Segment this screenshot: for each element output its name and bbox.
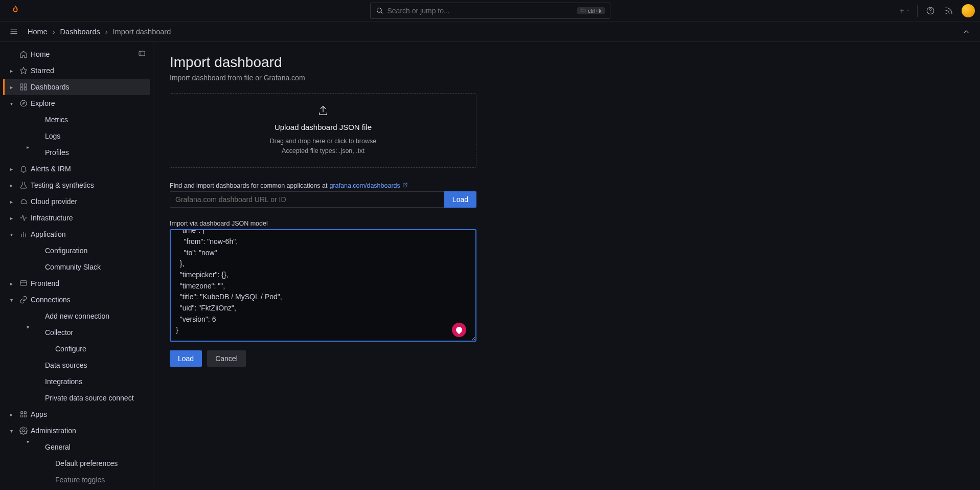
svg-point-0 [377, 8, 381, 13]
chevron-right-icon: ▸ [27, 144, 29, 150]
chevron-right-icon: ▸ [6, 84, 16, 90]
json-textarea[interactable] [170, 229, 476, 342]
svg-rect-23 [20, 281, 27, 285]
gear-icon [16, 427, 31, 435]
upload-title: Upload dashboard JSON file [181, 123, 465, 131]
svg-rect-28 [24, 415, 26, 417]
svg-point-7 [946, 13, 947, 14]
find-label: Find and import dashboards for common ap… [170, 182, 964, 189]
user-avatar[interactable] [962, 4, 975, 17]
sidebar-item-alerts[interactable]: ▸ Alerts & IRM [3, 161, 150, 177]
chevron-down-icon: ▾ [6, 428, 16, 434]
sidebar-item-featuretoggles[interactable]: Feature toggles [3, 472, 150, 488]
sidebar-item-dashboards[interactable]: ▸ Dashboards [3, 79, 150, 95]
sidebar-item-configuration[interactable]: Configuration [3, 242, 150, 259]
main-content: Import dashboard Import dashboard from f… [153, 42, 980, 490]
breadcrumb-dashboards[interactable]: Dashboards [60, 28, 100, 36]
sidebar-item-home[interactable]: Home [3, 46, 150, 62]
chevron-right-icon: ▸ [6, 281, 16, 286]
sidebar-item-metrics[interactable]: Metrics [3, 112, 150, 128]
news-button[interactable] [943, 5, 954, 16]
svg-rect-11 [139, 51, 145, 56]
chevron-right-icon: ▸ [6, 199, 16, 205]
svg-rect-17 [24, 87, 27, 90]
upload-icon [181, 105, 465, 118]
load-url-button[interactable]: Load [444, 191, 476, 208]
svg-marker-13 [20, 67, 27, 74]
svg-line-30 [405, 183, 407, 185]
page-subtitle: Import dashboard from file or Grafana.co… [170, 74, 964, 82]
sidebar-item-profiles[interactable]: Profiles [3, 144, 150, 161]
search-icon [376, 7, 383, 14]
svg-rect-2 [581, 9, 585, 12]
sidebar-item-pdc[interactable]: Private data source connect [3, 390, 150, 406]
search-shortcut-badge: ctrl+k [577, 7, 605, 14]
sidebar-item-community[interactable]: Community Slack [3, 259, 150, 275]
svg-marker-19 [22, 102, 25, 104]
search-input[interactable] [388, 7, 577, 15]
sidebar-item-application[interactable]: ▾ Application [3, 226, 150, 242]
dashboard-url-input[interactable] [170, 191, 444, 208]
grafana-logo[interactable] [8, 4, 22, 18]
sidebar-item-starred[interactable]: ▸ Starred [3, 62, 150, 79]
sidebar-item-cloud[interactable]: ▸ Cloud provider [3, 193, 150, 210]
load-json-button[interactable]: Load [170, 350, 202, 367]
collapse-button[interactable] [960, 25, 973, 38]
cancel-button[interactable]: Cancel [207, 350, 246, 367]
menu-toggle[interactable] [7, 25, 20, 38]
sidebar-item-admin[interactable]: ▾ Administration [3, 422, 150, 439]
testing-icon [16, 181, 31, 189]
chevron-down-icon: ▾ [27, 439, 29, 444]
sidebar-item-addconn[interactable]: Add new connection [3, 308, 150, 324]
home-icon [16, 50, 31, 58]
chevron-down-icon: ▾ [6, 232, 16, 237]
svg-rect-26 [24, 412, 26, 414]
compass-icon [16, 99, 31, 107]
sidebar-item-frontend[interactable]: ▸ Frontend [3, 275, 150, 292]
divider [917, 5, 918, 17]
sidebar-item-configure[interactable]: Configure [3, 341, 150, 357]
sidebar-item-integrations[interactable]: Integrations [3, 373, 150, 390]
external-link-icon [402, 182, 408, 189]
page-title: Import dashboard [170, 54, 964, 71]
sidebar-item-infra[interactable]: ▸ Infrastructure [3, 210, 150, 226]
upload-sub: Drag and drop here or click to browse Ac… [181, 137, 465, 156]
upload-zone[interactable]: Upload dashboard JSON file Drag and drop… [170, 93, 476, 168]
activity-icon [16, 214, 31, 222]
chevron-right-icon: ▸ [6, 68, 16, 74]
sidebar-item-datasources[interactable]: Data sources [3, 357, 150, 373]
sidebar-item-logs[interactable]: Logs [3, 128, 150, 144]
sidebar-item-apps[interactable]: ▸ Apps [3, 406, 150, 422]
cloud-icon [16, 197, 31, 206]
grafana-dashboards-link[interactable]: grafana.com/dashboards [330, 182, 400, 189]
global-search[interactable]: ctrl+k [370, 3, 610, 19]
apps-icon [16, 410, 31, 418]
bell-icon [16, 165, 31, 173]
sidebar-item-general[interactable]: General [3, 439, 150, 455]
sidebar-item-defaultprefs[interactable]: Default preferences [3, 455, 150, 472]
svg-line-1 [381, 12, 382, 13]
add-button[interactable] [899, 5, 910, 16]
svg-rect-27 [21, 415, 23, 417]
chevron-right-icon: ▸ [6, 166, 16, 172]
sidebar-item-collector[interactable]: Collector [3, 324, 150, 341]
star-icon [16, 66, 31, 75]
breadcrumb: Home › Dashboards › Import dashboard [28, 28, 171, 36]
chat-widget[interactable] [452, 323, 466, 337]
dock-icon[interactable] [138, 50, 146, 59]
svg-rect-16 [20, 87, 23, 90]
svg-point-6 [930, 12, 930, 13]
svg-rect-25 [21, 412, 23, 414]
svg-point-18 [20, 100, 27, 106]
chevron-down-icon: ▾ [6, 101, 16, 106]
help-button[interactable] [925, 5, 936, 16]
chevron-right-icon: ▸ [6, 215, 16, 221]
sidebar-item-explore[interactable]: ▾ Explore [3, 95, 150, 112]
frontend-icon [16, 279, 31, 287]
link-icon [16, 296, 31, 304]
breadcrumb-home[interactable]: Home [28, 28, 48, 36]
svg-rect-14 [20, 84, 23, 86]
sidebar-item-connections[interactable]: ▾ Connections [3, 292, 150, 308]
chevron-right-icon: ▸ [6, 183, 16, 188]
sidebar-item-testing[interactable]: ▸ Testing & synthetics [3, 177, 150, 193]
